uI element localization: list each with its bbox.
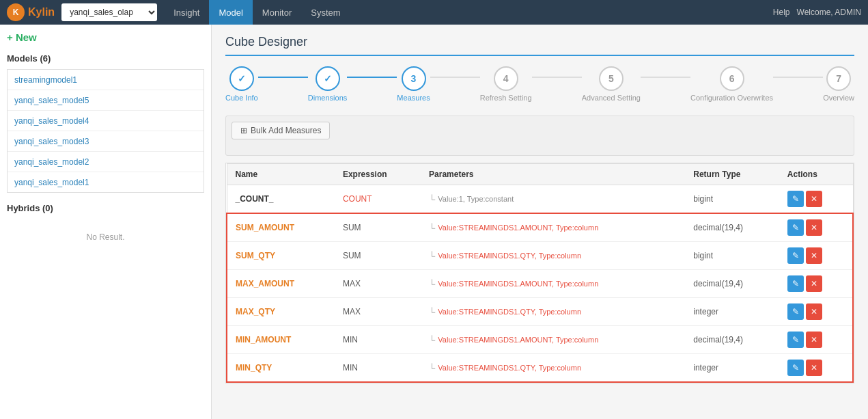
step-cube-info: ✓ Cube Info [225, 66, 258, 102]
help-menu[interactable]: Help [773, 8, 790, 17]
row-expression: MAX [335, 270, 421, 298]
action-buttons: ✎ ✕ [787, 275, 844, 292]
step-2-circle: ✓ [316, 66, 340, 91]
step-refresh: 4 Refresh Setting [480, 66, 532, 102]
step-measures: 3 Measures [397, 66, 430, 102]
param-value: Value:STREAMINGDS1.AMOUNT, Type:column [438, 280, 598, 288]
row-name: _COUNT_ [227, 185, 335, 214]
new-button[interactable]: + New [7, 31, 37, 43]
step-connector-4 [532, 77, 582, 78]
edit-button[interactable]: ✎ [787, 219, 804, 236]
col-actions: Actions [779, 164, 853, 185]
action-buttons: ✎ ✕ [787, 219, 844, 236]
list-item[interactable]: yanqi_sales_model5 [8, 90, 204, 111]
step-6-circle: 6 [720, 66, 744, 91]
logo: K Kylin [7, 3, 55, 21]
no-result-text: No Result. [7, 219, 204, 256]
list-item[interactable]: yanqi_sales_model4 [8, 111, 204, 131]
row-expression: SUM [335, 213, 421, 242]
edit-button[interactable]: ✎ [787, 303, 804, 320]
step-3-circle: 3 [402, 66, 426, 91]
model-link[interactable]: yanqi_sales_model4 [14, 116, 89, 126]
list-item[interactable]: yanqi_sales_model3 [8, 131, 204, 152]
step-4-label: Refresh Setting [480, 94, 532, 102]
row-return-type: integer [685, 298, 779, 326]
nav-system[interactable]: System [301, 0, 350, 25]
row-actions: ✎ ✕ [779, 326, 853, 354]
row-expression: MIN [335, 354, 421, 383]
table-row: MIN_AMOUNT MIN Value:STREAMINGDS1.AMOUNT… [227, 326, 853, 354]
list-item[interactable]: streamingmodel1 [8, 70, 204, 90]
main-layout: + New Models (6) streamingmodel1 yanqi_s… [0, 25, 868, 419]
table-row: SUM_AMOUNT SUM Value:STREAMINGDS1.AMOUNT… [227, 213, 853, 242]
row-name: MIN_AMOUNT [227, 326, 335, 354]
main-content: Cube Designer ✓ Cube Info ✓ Dimensions 3… [212, 25, 868, 419]
row-return-type: bigint [685, 242, 779, 270]
delete-button[interactable]: ✕ [806, 303, 822, 320]
list-item[interactable]: yanqi_sales_model2 [8, 152, 204, 172]
measures-table: Name Expression Parameters Return Type A… [226, 163, 854, 383]
step-3-label: Measures [397, 94, 430, 102]
delete-button[interactable]: ✕ [806, 332, 822, 348]
step-5-circle: 5 [599, 66, 624, 91]
nav-model[interactable]: Model [209, 0, 252, 25]
row-actions: ✎ ✕ [779, 213, 853, 242]
row-actions: ✎ ✕ [779, 270, 853, 298]
table-row: MIN_QTY MIN Value:STREAMINGDS1.QTY, Type… [227, 354, 853, 383]
delete-button[interactable]: ✕ [806, 219, 822, 236]
row-actions: ✎ ✕ [779, 354, 853, 383]
model-link[interactable]: yanqi_sales_model2 [14, 157, 89, 167]
top-nav: K Kylin yanqi_sales_olap Insight Model M… [0, 0, 868, 25]
table-row: SUM_QTY SUM Value:STREAMINGDS1.QTY, Type… [227, 242, 853, 270]
row-name: MIN_QTY [227, 354, 335, 383]
row-return-type: bigint [685, 185, 779, 214]
row-parameters: Value:STREAMINGDS1.QTY, Type:column [421, 354, 685, 383]
model-link[interactable]: yanqi_sales_model3 [14, 137, 89, 146]
action-buttons: ✎ ✕ [787, 303, 844, 320]
step-1-label: Cube Info [225, 94, 258, 102]
table-header: Name Expression Parameters Return Type A… [227, 164, 853, 185]
edit-button[interactable]: ✎ [787, 275, 804, 292]
model-link[interactable]: streamingmodel1 [14, 75, 77, 85]
delete-button[interactable]: ✕ [806, 191, 822, 207]
nav-monitor[interactable]: Monitor [253, 0, 301, 25]
edit-button[interactable]: ✎ [787, 332, 804, 348]
step-7-circle: 7 [826, 66, 851, 91]
sidebar: + New Models (6) streamingmodel1 yanqi_s… [0, 25, 212, 419]
edit-button[interactable]: ✎ [787, 247, 804, 264]
row-actions: ✎ ✕ [779, 242, 853, 270]
delete-button[interactable]: ✕ [806, 275, 822, 292]
col-expression: Expression [335, 164, 421, 185]
step-connector-3 [430, 77, 480, 78]
model-link[interactable]: yanqi_sales_model5 [14, 96, 89, 105]
row-name: SUM_QTY [227, 242, 335, 270]
row-name: MAX_AMOUNT [227, 270, 335, 298]
action-buttons: ✎ ✕ [787, 360, 844, 376]
step-advanced: 5 Advanced Setting [582, 66, 641, 102]
row-expression: MIN [335, 326, 421, 354]
step-overview: 7 Overview [823, 66, 854, 102]
edit-button[interactable]: ✎ [787, 191, 804, 207]
page-title: Cube Designer [225, 35, 854, 56]
list-item[interactable]: yanqi_sales_model1 [8, 172, 204, 192]
row-actions: ✎ ✕ [779, 298, 853, 326]
table-row: MAX_AMOUNT MAX Value:STREAMINGDS1.AMOUNT… [227, 270, 853, 298]
stepper: ✓ Cube Info ✓ Dimensions 3 Measures 4 Re… [225, 66, 854, 102]
delete-button[interactable]: ✕ [806, 247, 822, 264]
action-buttons: ✎ ✕ [787, 191, 845, 207]
user-menu[interactable]: Welcome, ADMIN [797, 8, 861, 17]
hybrids-section-title: Hybrids (0) [7, 203, 204, 213]
bulk-add-button[interactable]: ⊞ Bulk Add Measures [232, 122, 330, 139]
step-connector-1 [258, 77, 308, 78]
param-value: Value:STREAMINGDS1.QTY, Type:column [438, 308, 581, 316]
row-expression: SUM [335, 242, 421, 270]
delete-button[interactable]: ✕ [806, 360, 822, 376]
param-value: Value:STREAMINGDS1.AMOUNT, Type:column [438, 336, 598, 344]
edit-button[interactable]: ✎ [787, 360, 804, 376]
project-select[interactable]: yanqi_sales_olap [61, 3, 157, 21]
model-link[interactable]: yanqi_sales_model1 [14, 178, 89, 187]
nav-insight[interactable]: Insight [164, 0, 209, 25]
row-return-type: integer [685, 354, 779, 383]
table-row: MAX_QTY MAX Value:STREAMINGDS1.QTY, Type… [227, 298, 853, 326]
row-return-type: decimal(19,4) [685, 213, 779, 242]
